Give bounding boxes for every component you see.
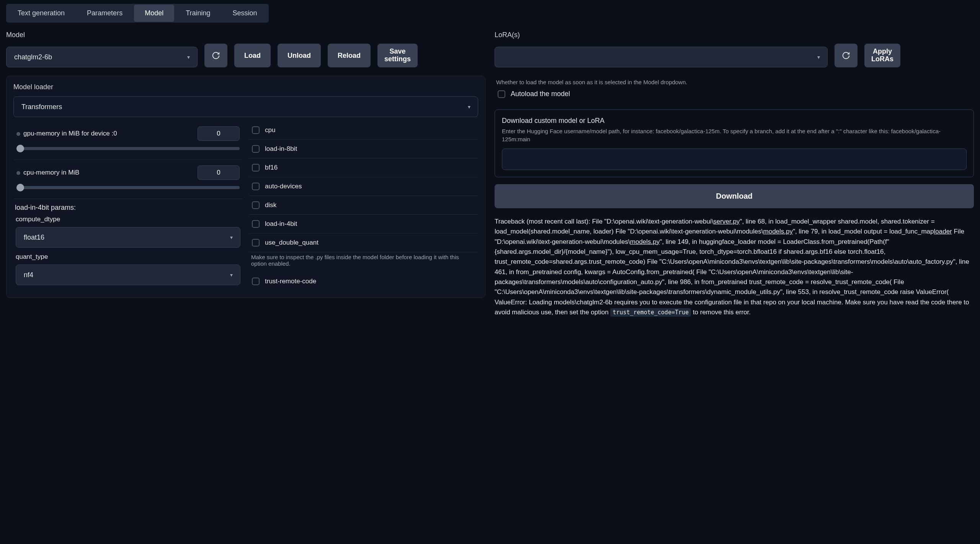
bf16-checkbox-row[interactable]: bf16 [249, 158, 478, 177]
load-in-4bit-label: load-in-4bit [265, 220, 297, 228]
model-loader-select[interactable]: Transformers [13, 96, 478, 117]
autoload-checkbox-row[interactable]: Autoload the model [496, 85, 972, 103]
load-button[interactable]: Load [234, 44, 271, 67]
cpu-memory-reset-dot[interactable] [16, 171, 20, 175]
model-label: Model [6, 31, 485, 39]
refresh-models-button[interactable] [204, 44, 227, 67]
gpu-memory-value[interactable] [198, 126, 240, 141]
model-loader-panel: Model loader Transformers gpu-memory in … [6, 76, 485, 298]
gpu-memory-slider[interactable] [16, 145, 240, 152]
autoload-hint: Whether to load the model as soon as it … [496, 79, 972, 85]
load-in-8bit-checkbox-row[interactable]: load-in-8bit [249, 140, 478, 158]
apply-loras-button[interactable]: ApplyLoRAs [864, 44, 900, 67]
cpu-checkbox[interactable] [252, 126, 260, 134]
save-settings-button[interactable]: Savesettings [377, 44, 418, 67]
model-select[interactable]: chatglm2-6b [6, 47, 198, 67]
trust-remote-code-label: trust-remote-code [265, 278, 316, 285]
models-py-link-2[interactable]: models.py [630, 238, 660, 245]
tab-session[interactable]: Session [222, 5, 268, 22]
trust-remote-code-inline: trust_remote_code=True [610, 308, 691, 317]
load-in-8bit-label: load-in-8bit [265, 145, 297, 153]
gpu-memory-label: gpu-memory in MiB for device :0 [23, 130, 117, 137]
cpu-checkbox-row[interactable]: cpu [249, 121, 478, 140]
load-in-4bit-params-label: load-in-4bit params: [13, 199, 243, 216]
auto-devices-label: auto-devices [265, 183, 302, 190]
tab-parameters[interactable]: Parameters [76, 5, 133, 22]
bf16-checkbox[interactable] [252, 164, 260, 172]
disk-label: disk [265, 201, 276, 209]
tab-training[interactable]: Training [175, 5, 221, 22]
reload-button[interactable]: Reload [328, 44, 371, 67]
models-py-link-1[interactable]: models.py [763, 228, 793, 235]
trust-remote-code-help: Make sure to inspect the .py files insid… [249, 252, 478, 272]
bf16-label: bf16 [265, 164, 278, 172]
download-title: Download custom model or LoRA [502, 117, 967, 125]
use-double-quant-checkbox-row[interactable]: use_double_quant [249, 234, 478, 252]
loras-select[interactable] [495, 47, 828, 67]
unload-button[interactable]: Unload [278, 44, 321, 67]
download-input[interactable] [502, 149, 967, 170]
trust-remote-code-checkbox[interactable] [252, 278, 260, 285]
quant-type-label: quant_type [16, 253, 240, 261]
use-double-quant-label: use_double_quant [265, 239, 318, 247]
loras-label: LoRA(s) [495, 31, 974, 39]
compute-dtype-label: compute_dtype [16, 216, 240, 223]
download-panel: Download custom model or LoRA Enter the … [495, 109, 974, 177]
compute-dtype-select[interactable]: float16 [16, 227, 240, 248]
top-tabs: Text generation Parameters Model Trainin… [6, 4, 269, 23]
refresh-loras-button[interactable] [835, 44, 858, 67]
cpu-memory-group: cpu-memory in MiB [13, 160, 243, 199]
use-double-quant-checkbox[interactable] [252, 239, 260, 247]
gpu-memory-reset-dot[interactable] [16, 132, 20, 136]
autoload-label: Autoload the model [511, 90, 570, 98]
model-select-wrap: chatglm2-6b [6, 47, 198, 67]
disk-checkbox-row[interactable]: disk [249, 196, 478, 215]
traceback-output: Traceback (most recent call last): File … [495, 217, 974, 317]
cpu-memory-label: cpu-memory in MiB [23, 169, 79, 176]
load-in-4bit-checkbox-row[interactable]: load-in-4bit [249, 215, 478, 234]
auto-devices-checkbox[interactable] [252, 183, 260, 190]
loader-link[interactable]: loader [934, 228, 952, 235]
disk-checkbox[interactable] [252, 201, 260, 209]
tab-model[interactable]: Model [134, 5, 174, 22]
load-in-8bit-checkbox[interactable] [252, 145, 260, 153]
server-py-link[interactable]: server.py [713, 218, 740, 225]
quant-type-select[interactable]: nf4 [16, 265, 240, 285]
download-hint: Enter the Hugging Face username/model pa… [502, 127, 967, 143]
auto-devices-checkbox-row[interactable]: auto-devices [249, 177, 478, 196]
gpu-memory-group: gpu-memory in MiB for device :0 [13, 121, 243, 160]
refresh-icon [842, 51, 850, 60]
autoload-checkbox[interactable] [498, 90, 505, 98]
cpu-checkbox-label: cpu [265, 126, 275, 134]
refresh-icon [212, 51, 220, 60]
tab-text-generation[interactable]: Text generation [7, 5, 75, 22]
load-in-4bit-checkbox[interactable] [252, 220, 260, 228]
cpu-memory-value[interactable] [198, 165, 240, 180]
cpu-memory-slider[interactable] [16, 184, 240, 191]
download-button[interactable]: Download [495, 184, 974, 208]
model-loader-title: Model loader [13, 83, 478, 91]
trust-remote-code-checkbox-row[interactable]: trust-remote-code [249, 272, 478, 291]
